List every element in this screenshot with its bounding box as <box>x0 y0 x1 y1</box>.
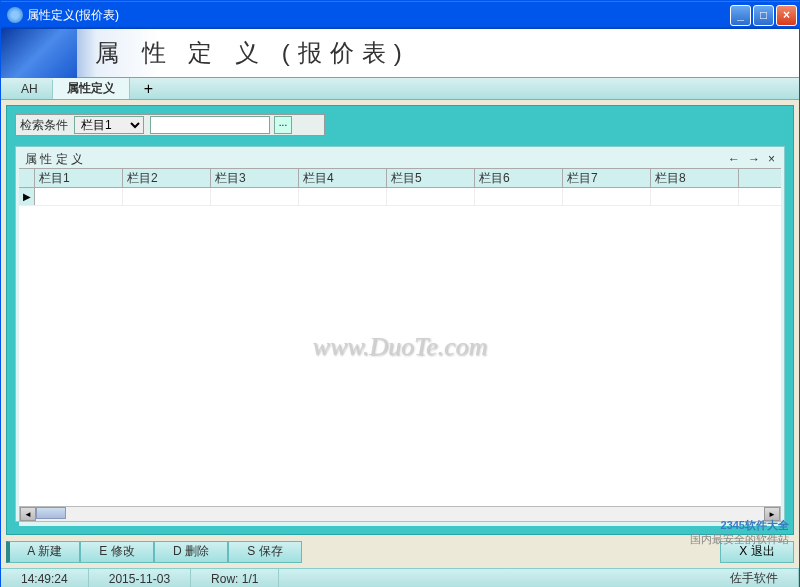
column-header[interactable]: 栏目3 <box>211 169 299 187</box>
tab-add[interactable]: + <box>130 78 167 100</box>
cell[interactable] <box>211 188 299 205</box>
page-title: 属 性 定 义 (报价表) <box>95 37 410 69</box>
search-field-select[interactable]: 栏目1 <box>74 116 144 134</box>
cell[interactable] <box>35 188 123 205</box>
status-date: 2015-11-03 <box>89 569 191 587</box>
column-header[interactable]: 栏目2 <box>123 169 211 187</box>
cell[interactable] <box>387 188 475 205</box>
grid-title: 属 性 定 义 <box>25 151 83 168</box>
cell[interactable] <box>299 188 387 205</box>
column-header[interactable]: 栏目5 <box>387 169 475 187</box>
search-browse-button[interactable]: ... <box>274 116 292 134</box>
column-header[interactable]: 栏目8 <box>651 169 739 187</box>
edit-button[interactable]: E 修改 <box>80 541 154 563</box>
status-time: 14:49:24 <box>1 569 89 587</box>
table-row[interactable]: ▶ <box>19 188 781 206</box>
status-row: Row: 1/1 <box>191 569 279 587</box>
scroll-right-button[interactable]: ► <box>764 507 780 521</box>
titlebar[interactable]: 属性定义(报价表) _ □ × <box>1 1 799 29</box>
cell[interactable] <box>475 188 563 205</box>
grid-body[interactable]: ▶ www.DuoTe.com <box>19 188 781 506</box>
new-button[interactable]: A 新建 <box>6 541 80 563</box>
delete-button[interactable]: D 删除 <box>154 541 228 563</box>
search-input[interactable] <box>150 116 270 134</box>
column-header[interactable]: 栏目4 <box>299 169 387 187</box>
cell[interactable] <box>563 188 651 205</box>
status-brand: 佐手软件 <box>710 569 799 587</box>
horizontal-scrollbar[interactable]: ◄ ► <box>19 506 781 522</box>
tab-property-definition[interactable]: 属性定义 <box>53 78 130 99</box>
row-marker-icon: ▶ <box>19 188 35 205</box>
app-icon <box>7 7 23 23</box>
grid-nav-prev-icon[interactable]: ← <box>728 152 740 166</box>
cell[interactable] <box>123 188 211 205</box>
tabs-bar: AH 属性定义 + <box>1 78 799 100</box>
column-header[interactable]: 栏目7 <box>563 169 651 187</box>
watermark: www.DuoTe.com <box>313 332 488 362</box>
grid-corner <box>19 169 35 187</box>
toolbar: A 新建 E 修改 D 删除 S 保存 X 退出 <box>6 540 794 563</box>
column-header[interactable]: 栏目1 <box>35 169 123 187</box>
window-title: 属性定义(报价表) <box>27 7 730 24</box>
save-button[interactable]: S 保存 <box>228 541 302 563</box>
data-grid: 属 性 定 义 ← → × 栏目1 栏目2 栏目3 栏目4 栏目5 栏目6 栏目… <box>15 146 785 522</box>
banner-logo <box>1 29 77 78</box>
app-window: 属性定义(报价表) _ □ × 属 性 定 义 (报价表) AH 属性定义 + … <box>0 0 800 587</box>
cell[interactable] <box>651 188 739 205</box>
column-header[interactable]: 栏目6 <box>475 169 563 187</box>
grid-close-icon[interactable]: × <box>768 152 775 166</box>
grid-header: 栏目1 栏目2 栏目3 栏目4 栏目5 栏目6 栏目7 栏目8 <box>19 168 781 188</box>
scroll-track[interactable] <box>36 507 764 521</box>
minimize-button[interactable]: _ <box>730 5 751 26</box>
scroll-left-button[interactable]: ◄ <box>20 507 36 521</box>
exit-button[interactable]: X 退出 <box>720 541 794 563</box>
tab-ah[interactable]: AH <box>7 80 53 98</box>
header-banner: 属 性 定 义 (报价表) <box>1 29 799 78</box>
search-bar: 检索条件 栏目1 ... <box>15 114 325 136</box>
scroll-thumb[interactable] <box>36 507 66 519</box>
maximize-button[interactable]: □ <box>753 5 774 26</box>
content-area: 检索条件 栏目1 ... 属 性 定 义 ← → × 栏目1 栏目2 栏目3 <box>6 105 794 535</box>
status-bar: 14:49:24 2015-11-03 Row: 1/1 佐手软件 <box>1 568 799 587</box>
close-button[interactable]: × <box>776 5 797 26</box>
search-label: 检索条件 <box>20 117 68 134</box>
grid-nav-next-icon[interactable]: → <box>748 152 760 166</box>
